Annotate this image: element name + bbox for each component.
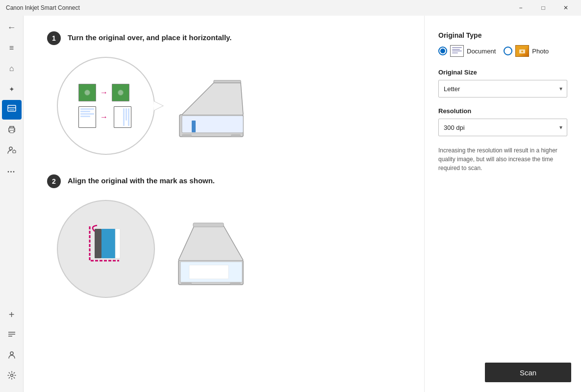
people-icon — [7, 145, 17, 157]
sidebar-item-add[interactable]: + — [2, 305, 22, 324]
svg-point-5 — [14, 129, 15, 130]
gear-icon — [7, 371, 16, 382]
sidebar-item-back[interactable]: ← — [2, 18, 22, 37]
content-area: 1 Turn the original over, and place it h… — [24, 16, 581, 392]
resolution-wrapper: 75 dpi 150 dpi 300 dpi 600 dpi ▾ — [438, 119, 567, 136]
alignment-mark — [85, 221, 129, 277]
svg-rect-21 — [101, 229, 115, 258]
sidebar-item-star[interactable]: ✦ — [2, 79, 22, 99]
more-icon: ••• — [7, 169, 16, 174]
step-1-circle: → — [57, 57, 155, 155]
doc-icon-line — [452, 52, 458, 53]
print-icon — [7, 124, 17, 137]
photo-option[interactable]: Photo — [504, 45, 549, 57]
svg-rect-0 — [8, 105, 16, 111]
photo-label: Photo — [532, 48, 549, 55]
original-size-wrapper: Letter A4 Legal ▾ — [438, 80, 567, 98]
window-controls: − □ ✕ — [509, 0, 577, 16]
doc-line-7 — [123, 108, 125, 126]
photo-icon — [515, 45, 529, 57]
step-1-number: 1 — [47, 31, 61, 45]
original-size-label: Original Size — [438, 69, 567, 76]
resolution-select[interactable]: 75 dpi 150 dpi 300 dpi 600 dpi — [438, 119, 567, 136]
doc-row: → — [78, 106, 133, 128]
resolution-label: Resolution — [438, 107, 567, 115]
step-1-text: Turn the original over, and place it hor… — [68, 31, 232, 42]
step-1-circle-inner: → — [74, 79, 138, 133]
doc-line-1 — [80, 108, 94, 110]
doc-line-5 — [128, 108, 129, 126]
sidebar-item-home[interactable]: ⌂ — [2, 59, 22, 78]
photo-radio[interactable] — [504, 47, 512, 55]
star-icon: ✦ — [9, 85, 15, 93]
tasks-icon — [7, 330, 16, 341]
doc-line-2 — [80, 111, 90, 112]
svg-rect-27 — [181, 282, 192, 285]
sidebar: ← ≡ ⌂ ✦ — [0, 16, 24, 392]
main-panel: 1 Turn the original over, and place it h… — [24, 16, 424, 392]
svg-rect-16 — [182, 116, 243, 133]
scan-list-icon — [7, 104, 17, 116]
photo-icon-before — [78, 84, 96, 101]
doc-icon-after — [114, 106, 131, 128]
arrow-icon-1: → — [100, 88, 108, 97]
svg-rect-15 — [214, 80, 241, 83]
svg-point-12 — [10, 352, 13, 355]
sidebar-bottom: + — [2, 305, 22, 390]
callout-pointer-1-inner — [154, 101, 163, 110]
document-radio[interactable] — [438, 47, 447, 55]
document-label: Document — [467, 48, 496, 55]
photo-row: → — [78, 84, 133, 101]
doc-icon-line — [452, 50, 462, 51]
add-icon: + — [9, 309, 15, 320]
svg-rect-20 — [95, 229, 101, 258]
user-icon — [7, 350, 16, 362]
sidebar-item-tasks[interactable] — [2, 325, 22, 345]
document-option[interactable]: Document — [438, 45, 496, 57]
scan-button[interactable]: Scan — [485, 363, 571, 382]
maximize-button[interactable]: □ — [532, 0, 555, 16]
scanner-step2 — [165, 201, 253, 296]
svg-rect-25 — [193, 223, 224, 227]
sidebar-item-settings[interactable] — [2, 367, 22, 386]
original-type-label: Original Type — [438, 31, 567, 39]
menu-icon: ≡ — [9, 44, 14, 52]
sidebar-item-print[interactable] — [2, 121, 22, 140]
svg-rect-18 — [182, 134, 192, 137]
step-1-illustration: → — [47, 57, 401, 155]
doc-icon-before — [78, 106, 96, 128]
svg-rect-22 — [115, 229, 120, 258]
app-title: Canon Inkjet Smart Connect — [4, 4, 80, 11]
sidebar-item-people[interactable] — [2, 141, 22, 161]
step-2-number: 2 — [47, 174, 61, 188]
back-icon: ← — [7, 23, 16, 33]
svg-rect-26 — [189, 265, 228, 279]
sidebar-item-more[interactable]: ••• — [2, 162, 22, 181]
svg-rect-4 — [10, 130, 14, 133]
sidebar-item-menu[interactable]: ≡ — [2, 38, 22, 58]
svg-point-30 — [521, 50, 523, 52]
svg-rect-19 — [231, 134, 241, 137]
original-size-select[interactable]: Letter A4 Legal — [438, 80, 567, 98]
doc-line-6 — [126, 108, 127, 121]
app-body: ← ≡ ⌂ ✦ — [0, 16, 581, 392]
close-button[interactable]: ✕ — [555, 0, 577, 16]
step-2-illustration — [47, 200, 401, 298]
photo-circle-2 — [118, 90, 124, 96]
svg-rect-17 — [192, 121, 196, 132]
scanner-step1 — [165, 61, 253, 151]
sidebar-item-scan[interactable] — [2, 100, 22, 120]
sidebar-item-user[interactable] — [2, 346, 22, 366]
step-1: 1 Turn the original over, and place it h… — [47, 31, 401, 45]
document-icon — [450, 45, 464, 57]
arrow-icon-2: → — [100, 113, 108, 122]
home-icon: ⌂ — [9, 64, 14, 73]
svg-point-6 — [9, 147, 12, 150]
svg-rect-7 — [13, 150, 16, 153]
right-panel: Original Type Document — [424, 16, 581, 392]
svg-point-13 — [10, 374, 13, 376]
photo-icon-after — [112, 84, 129, 101]
step-2-text: Align the original with the mark as show… — [68, 174, 215, 185]
svg-rect-28 — [230, 282, 241, 285]
minimize-button[interactable]: − — [509, 0, 532, 16]
